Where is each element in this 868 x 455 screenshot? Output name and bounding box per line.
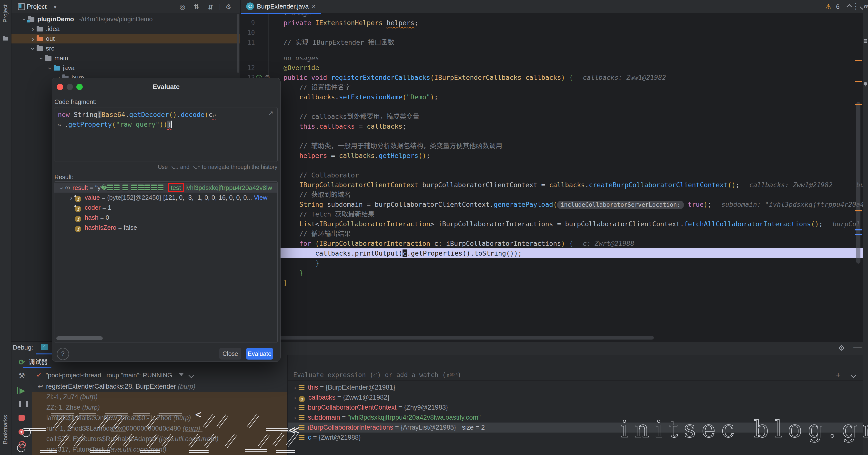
dialog-code-line: new String(Base64.getDecoder().decode(c↵ — [58, 110, 216, 120]
code-line: @Override — [283, 63, 319, 73]
breakpoints-icon[interactable] — [19, 429, 24, 435]
code-line: // fetch 获取最新结果 — [299, 209, 374, 219]
close-icon[interactable]: × — [312, 2, 315, 10]
editor-area[interactable]: C BurpExtender.java × ⋮ ⚠ 6 1 usagepriva… — [241, 0, 863, 341]
evaluate-button[interactable]: Evaluate — [246, 348, 273, 360]
database-icon[interactable] — [864, 39, 867, 43]
code-line: // 实现 IBurpExtender 接口函数 — [283, 38, 395, 48]
maven-m-icon[interactable]: m — [863, 2, 868, 10]
chevron-down-icon[interactable] — [189, 373, 194, 378]
variable-icon — [299, 435, 305, 441]
stack-frame[interactable]: call:572, Executors$RunnableAdapter (jav… — [32, 434, 288, 444]
project-stripe-button[interactable]: Project — [2, 4, 9, 23]
wrench-icon[interactable]: ⚒ — [17, 371, 26, 380]
java-class-icon: C — [246, 2, 254, 10]
stop-icon[interactable] — [19, 415, 25, 421]
code-line: // 设置插件名字 — [299, 83, 351, 92]
code-line: } — [299, 268, 303, 278]
locate-icon[interactable]: ◎ — [180, 3, 185, 11]
tree-item-label: src — [46, 45, 54, 52]
text-caret — [171, 121, 172, 128]
prev-problem-icon[interactable] — [846, 4, 852, 9]
garbled-block — [107, 184, 120, 191]
tree-item-main[interactable]: ›main — [11, 53, 240, 63]
help-button[interactable]: ? — [57, 348, 69, 360]
tree-item-label: java — [63, 64, 75, 71]
stripe-mark — [855, 234, 862, 235]
variable-callbacks[interactable]: ›pcallbacks = {Zww1@21982} — [288, 393, 863, 402]
result-row-hashIsZero[interactable]: fhashIsZero = false — [54, 223, 277, 233]
close-button[interactable]: Close — [219, 348, 241, 360]
code-line: // 循环输出结果 — [299, 229, 351, 239]
chevron-down-icon[interactable] — [851, 373, 856, 378]
code-line: for (IBurpCollaboratorInteraction c: iBu… — [299, 239, 634, 248]
watch-placeholder: Evaluate expression (⏎) or add a watch (… — [293, 371, 461, 378]
hide-panel-icon[interactable]: — — [854, 342, 862, 352]
project-tree-scrollbar[interactable] — [237, 14, 239, 73]
code-line: // 获取到的域名 — [299, 190, 351, 200]
code-line: this.callbacks = callbacks; — [299, 122, 406, 131]
code-editor[interactable]: 1 usageprivate IExtensionHelpers helpers… — [241, 13, 863, 341]
chevron-down-icon[interactable]: ▼ — [53, 4, 58, 10]
expand-icon[interactable]: ↗ — [268, 109, 274, 117]
folder-icon — [37, 47, 43, 51]
watermark-text: initsec blog.gm7.org — [621, 416, 868, 443]
code-line: } — [283, 278, 287, 287]
filter-funnel-icon[interactable] — [179, 373, 184, 379]
result-row-value[interactable]: ›fvalue = {byte[152]@22450} [121, 0, -3,… — [54, 192, 277, 203]
variable-this[interactable]: ›this = {BurpExtender@21981} — [288, 383, 863, 393]
rerun-icon[interactable]: ⟳ — [17, 358, 26, 367]
settings-icon[interactable]: ⚙ — [225, 3, 231, 11]
stack-frame[interactable]: ZZ:-1, Zhse (burp) — [32, 402, 288, 413]
result-row-result[interactable]: ›∞result = "y�testivhl3pdsxkqjftrppu4r20… — [54, 183, 277, 192]
folder-icon[interactable] — [3, 37, 8, 40]
stack-frame[interactable]: run:-1, Zhod$$Lambda/0x0000000800d0d480 … — [32, 423, 288, 434]
divider — [14, 381, 28, 381]
add-watch-icon[interactable]: + — [836, 370, 840, 380]
stack-frame[interactable]: ↩registerExtenderCallbacks:28, BurpExten… — [32, 381, 288, 392]
gear-icon[interactable]: ⚙ — [838, 344, 845, 352]
folder-icon — [37, 37, 43, 41]
folder-icon — [37, 27, 43, 31]
stripe-mark — [855, 104, 862, 105]
code-line: List<IBurpCollaboratorInteraction> iBurp… — [299, 219, 861, 229]
expand-all-icon[interactable]: ⇅ — [194, 3, 199, 11]
tab-burpextender-java[interactable]: C BurpExtender.java × — [241, 0, 321, 14]
resume-icon[interactable]: ▶ — [17, 387, 26, 394]
debug-session-tab-icon[interactable] — [41, 344, 48, 350]
result-hscrollbar[interactable] — [56, 336, 103, 340]
result-row-coder[interactable]: fcoder = 1 — [54, 203, 277, 213]
inspections-widget[interactable]: ⚠ 6 — [825, 2, 864, 11]
tree-item-src[interactable]: ›src — [11, 43, 240, 53]
tree-item-path: ~/d4m1ts/java/pluginDemo — [78, 16, 153, 23]
stack-frame[interactable]: run:317, FutureTask (java.util.concurren… — [32, 444, 288, 455]
stripe-mark — [855, 81, 862, 82]
code-line: // callbacks到处都要用，搞成类变量 — [299, 112, 420, 122]
tree-item-java[interactable]: ›java — [11, 63, 240, 73]
result-row-hash[interactable]: fhash = 0 — [54, 213, 277, 223]
pause-icon[interactable] — [19, 401, 28, 407]
warning-icon: ⚠ — [825, 2, 832, 11]
tree-item-pluginDemo[interactable]: ›pluginDemo~/d4m1ts/java/pluginDemo — [11, 14, 240, 24]
stack-frame[interactable]: Zl:-1, Zu74 (burp) — [32, 392, 288, 402]
editor-vscrollbar[interactable] — [856, 102, 861, 264]
tab-debugger[interactable]: 调试器 — [29, 357, 48, 366]
editor-hscrollbar[interactable] — [271, 336, 654, 339]
collapse-all-icon[interactable]: ⇅ — [208, 3, 214, 11]
result-tree[interactable]: ›∞result = "y�testivhl3pdsxkqjftrppu4r20… — [54, 181, 278, 342]
project-view-title[interactable]: Project — [27, 3, 46, 10]
bookmarks-stripe-button[interactable]: Bookmarks — [2, 415, 9, 444]
bell-icon[interactable] — [864, 82, 867, 85]
thread-selector[interactable]: ✓"pool-project-thread...roup "main": RUN… — [32, 370, 288, 380]
field-icon: f — [75, 216, 81, 222]
tree-item-idea[interactable]: ›.idea — [11, 24, 240, 34]
variable-burpCollaboratorClientContext[interactable]: ›burpCollaboratorClientContext = {Zhy9@2… — [288, 402, 863, 413]
chevron-icon: › — [291, 403, 299, 413]
stack-frame[interactable]: lambda$initialiseOnNewThread$0:-1, Zhod … — [32, 413, 288, 423]
tree-item-out[interactable]: ›out — [11, 34, 240, 43]
hide-panel-icon[interactable]: — — [239, 3, 245, 10]
code-fragment-editor[interactable]: ↗ new String(Base64.getDecoder().decode(… — [54, 107, 278, 162]
result-label: Result: — [54, 174, 73, 181]
mute-breakpoints-icon[interactable] — [19, 441, 26, 448]
watch-input[interactable]: Evaluate expression (⏎) or add a watch (… — [288, 370, 863, 381]
